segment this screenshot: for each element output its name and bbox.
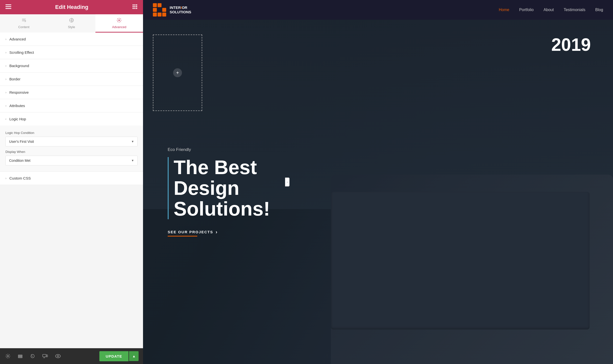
- svg-point-4: [134, 4, 135, 5]
- chevron-background-icon: ›: [5, 64, 6, 68]
- display-select[interactable]: Condition Met Condition Not Met: [5, 156, 138, 165]
- accordion-customcss-header[interactable]: › Custom CSS: [0, 172, 143, 185]
- hero-cta-arrow-icon: ›: [216, 229, 218, 235]
- accordion-responsive-header[interactable]: › Responsive: [0, 86, 143, 99]
- preview-button[interactable]: [54, 353, 62, 360]
- accordion-logichop-label: Logic Hop: [9, 117, 26, 121]
- layers-button[interactable]: [17, 353, 24, 360]
- hero-heading: The Best Design Solutions!: [168, 157, 569, 219]
- logo-line1: INTERIOR: [170, 5, 191, 10]
- accordion-attributes-label: Attributes: [9, 104, 25, 108]
- accordion-background-label: Background: [9, 64, 29, 68]
- tab-advanced[interactable]: Advanced: [95, 14, 143, 33]
- history-button[interactable]: [29, 353, 36, 360]
- nav-link-blog[interactable]: Blog: [595, 8, 603, 12]
- chevron-scrolling-icon: ›: [5, 51, 6, 54]
- selection-box: +: [153, 35, 202, 111]
- chevron-customcss-icon: ›: [5, 177, 6, 180]
- svg-point-20: [55, 354, 60, 358]
- svg-point-9: [132, 8, 134, 9]
- accordion-responsive: › Responsive: [0, 86, 143, 99]
- svg-rect-1: [5, 6, 11, 7]
- svg-rect-0: [5, 4, 11, 5]
- nav-link-about[interactable]: About: [543, 8, 554, 12]
- condition-field-label: Logic Hop Condition: [5, 131, 138, 135]
- hero-year: 2019: [551, 35, 591, 55]
- chevron-logichop-icon: ›: [4, 119, 8, 120]
- panel-toolbar: UPDATE ▲: [0, 348, 143, 364]
- hero-cta-text: SEE OUR PROJECTS: [168, 230, 213, 234]
- settings-button[interactable]: [4, 353, 11, 360]
- tab-style-label: Style: [68, 25, 75, 29]
- svg-rect-17: [18, 357, 22, 358]
- accordion-scrolling: › Scrolling Effect: [0, 46, 143, 59]
- svg-point-7: [134, 6, 135, 7]
- condition-select[interactable]: User's First Visit Returning User New Us…: [5, 137, 138, 146]
- accordion-customcss: › Custom CSS: [0, 172, 143, 185]
- logo-text: INTERIOR SOLUTIONS: [170, 5, 191, 14]
- condition-select-wrapper: User's First Visit Returning User New Us…: [5, 137, 138, 146]
- hamburger-icon[interactable]: [5, 4, 11, 10]
- update-arrow-button[interactable]: ▲: [129, 351, 139, 361]
- accordion-responsive-label: Responsive: [9, 90, 29, 94]
- svg-point-10: [134, 8, 135, 9]
- grid-icon[interactable]: [132, 4, 138, 11]
- accordion-scrolling-header[interactable]: › Scrolling Effect: [0, 46, 143, 59]
- chevron-attributes-icon: ›: [5, 104, 6, 108]
- accordion-background-header[interactable]: › Background: [0, 59, 143, 72]
- display-field-label: Display When: [5, 150, 138, 154]
- update-button[interactable]: UPDATE: [99, 351, 129, 361]
- toolbar-icons: [4, 353, 62, 360]
- svg-rect-18: [43, 354, 46, 357]
- svg-point-6: [132, 6, 134, 7]
- nav-link-home[interactable]: Home: [499, 8, 509, 12]
- collapse-handle[interactable]: ‹: [285, 178, 289, 186]
- panel-tabs: Content Style Advanced: [0, 14, 143, 33]
- accordion-attributes-header[interactable]: › Attributes: [0, 99, 143, 112]
- logo-cell-9: [162, 13, 166, 17]
- accordion-advanced-header[interactable]: › Advanced: [0, 33, 143, 46]
- logo-line2: SOLUTIONS: [170, 10, 191, 14]
- accordion-border-label: Border: [9, 77, 20, 81]
- accordion-border: › Border: [0, 73, 143, 86]
- accordion-scrolling-label: Scrolling Effect: [9, 50, 34, 55]
- hero-area: + Eco Friendly 2019 The Best Design Solu…: [143, 20, 613, 364]
- hero-cta-underline: [168, 236, 197, 237]
- tab-content[interactable]: Content: [0, 14, 48, 33]
- nav-link-testimonials[interactable]: Testimonials: [564, 8, 585, 12]
- nav-link-portfolio[interactable]: Portfolio: [519, 8, 534, 12]
- svg-point-8: [136, 6, 137, 7]
- add-element-button[interactable]: +: [173, 68, 182, 77]
- accordion-advanced-label: Advanced: [9, 37, 26, 41]
- svg-point-11: [136, 8, 137, 9]
- panel-title: Edit Heading: [55, 4, 88, 10]
- hero-small-label: Eco Friendly: [168, 147, 569, 152]
- hero-heading-line1: The Best: [174, 156, 257, 178]
- accordion-logichop-header[interactable]: › Logic Hop: [0, 112, 143, 126]
- logo-cell-3: [162, 3, 166, 7]
- toolbar-right: UPDATE ▲: [99, 351, 139, 361]
- logo-grid: [153, 3, 166, 17]
- hero-heading-line2: Design: [174, 177, 239, 199]
- hero-cta[interactable]: SEE OUR PROJECTS ›: [168, 229, 569, 235]
- device-button[interactable]: [41, 353, 49, 360]
- accordion-border-header[interactable]: › Border: [0, 73, 143, 86]
- chevron-responsive-icon: ›: [5, 91, 6, 94]
- svg-point-14: [7, 355, 9, 357]
- advanced-tab-icon: [117, 18, 122, 24]
- website-nav: INTERIOR SOLUTIONS Home Portfolio About …: [143, 0, 613, 20]
- svg-rect-19: [46, 355, 48, 357]
- nav-links: Home Portfolio About Testimonials Blog: [499, 8, 603, 12]
- svg-rect-2: [5, 8, 11, 9]
- logo-cell-2: [158, 3, 162, 7]
- logo-cell-1: [153, 3, 157, 7]
- logo-cell-5: [158, 8, 162, 12]
- panel-content: › Advanced › Scrolling Effect › Backgrou…: [0, 33, 143, 348]
- svg-rect-15: [18, 355, 22, 356]
- accordion-background: › Background: [0, 59, 143, 73]
- hero-content: Eco Friendly 2019 The Best Design Soluti…: [143, 20, 613, 364]
- panel-header: Edit Heading: [0, 0, 143, 14]
- content-tab-icon: [21, 18, 26, 24]
- tab-style[interactable]: Style: [48, 14, 95, 33]
- svg-point-3: [132, 4, 134, 5]
